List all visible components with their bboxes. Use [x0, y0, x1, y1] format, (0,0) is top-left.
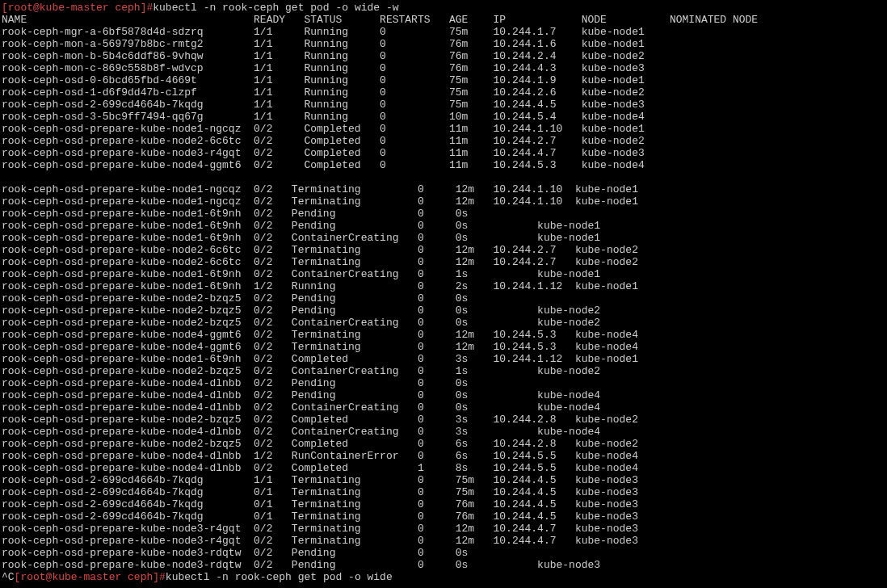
pod-watch-row: rook-ceph-osd-prepare-kube-node2-bzqz5 0…: [2, 292, 885, 304]
pod-watch-row: rook-ceph-osd-prepare-kube-node1-ngcqz 0…: [2, 195, 885, 208]
pod-watch-row: rook-ceph-osd-prepare-kube-node4-dlnbb 0…: [2, 401, 885, 414]
pod-watch-row: rook-ceph-osd-prepare-kube-node1-6t9nh 1…: [2, 280, 885, 292]
pod-watch-row: rook-ceph-osd-prepare-kube-node4-ggmt6 0…: [2, 329, 885, 341]
terminal-output[interactable]: [root@kube-master ceph]#kubectl -n rook-…: [2, 2, 885, 583]
pod-watch-row: rook-ceph-osd-prepare-kube-node3-r4gqt 0…: [2, 523, 885, 535]
pod-watch-row: rook-ceph-osd-prepare-kube-node4-dlnbb 0…: [2, 389, 885, 401]
pod-watch-row: rook-ceph-osd-prepare-kube-node3-r4gqt 0…: [2, 535, 885, 547]
pod-row: rook-ceph-mon-a-569797b8bc-rmtg2 1/1 Run…: [2, 38, 885, 50]
prompt-userhost: [root@kube-master ceph]#: [15, 571, 166, 583]
pod-watch-row: rook-ceph-osd-prepare-kube-node2-bzqz5 0…: [2, 365, 885, 377]
table-header: NAME READY STATUS RESTARTS AGE IP NODE N…: [2, 14, 885, 26]
pod-watch-row: rook-ceph-osd-prepare-kube-node4-ggmt6 0…: [2, 341, 885, 353]
pod-watch-row: rook-ceph-osd-2-699cd4664b-7kqdg 0/1 Ter…: [2, 486, 885, 498]
pod-watch-row: rook-ceph-osd-prepare-kube-node1-6t9nh 0…: [2, 232, 885, 244]
blank-line: [2, 171, 885, 183]
pod-watch-row: rook-ceph-osd-prepare-kube-node1-ngcqz 0…: [2, 183, 885, 195]
pod-row: rook-ceph-osd-1-d6f9dd47b-clzpf 1/1 Runn…: [2, 86, 885, 99]
pod-watch-row: rook-ceph-osd-2-699cd4664b-7kqdg 0/1 Ter…: [2, 510, 885, 523]
pod-watch-row: rook-ceph-osd-prepare-kube-node1-6t9nh 0…: [2, 268, 885, 280]
interrupt-prefix: ^C: [2, 571, 15, 583]
pod-watch-row: rook-ceph-osd-2-699cd4664b-7kqdg 0/1 Ter…: [2, 498, 885, 510]
pod-row: rook-ceph-mon-b-5b4c6ddf86-9vhqw 1/1 Run…: [2, 50, 885, 62]
pod-row: rook-ceph-osd-prepare-kube-node3-r4gqt 0…: [2, 147, 885, 159]
pod-watch-row: rook-ceph-osd-prepare-kube-node2-bzqz5 0…: [2, 414, 885, 426]
pod-watch-row: rook-ceph-osd-prepare-kube-node1-6t9nh 0…: [2, 208, 885, 220]
pod-row: rook-ceph-osd-prepare-kube-node1-ngcqz 0…: [2, 123, 885, 135]
pod-watch-row: rook-ceph-osd-prepare-kube-node4-dlnbb 0…: [2, 462, 885, 474]
pod-row: rook-ceph-osd-2-699cd4664b-7kqdg 1/1 Run…: [2, 99, 885, 111]
prompt-userhost: [root@kube-master ceph]#: [2, 2, 153, 14]
pod-watch-row: rook-ceph-osd-prepare-kube-node3-rdqtw 0…: [2, 547, 885, 559]
pod-watch-row: rook-ceph-osd-prepare-kube-node4-dlnbb 1…: [2, 450, 885, 462]
pod-watch-row: rook-ceph-osd-prepare-kube-node3-rdqtw 0…: [2, 559, 885, 571]
pod-row: rook-ceph-mon-c-869c558b8f-wdvcp 1/1 Run…: [2, 62, 885, 74]
pod-watch-row: rook-ceph-osd-prepare-kube-node2-6c6tc 0…: [2, 244, 885, 256]
pod-row: rook-ceph-osd-0-6bcd65fbd-4669t 1/1 Runn…: [2, 74, 885, 86]
pod-row: rook-ceph-osd-prepare-kube-node2-6c6tc 0…: [2, 135, 885, 147]
pod-watch-row: rook-ceph-osd-prepare-kube-node1-6t9nh 0…: [2, 220, 885, 232]
pod-watch-row: rook-ceph-osd-prepare-kube-node2-bzqz5 0…: [2, 304, 885, 317]
prompt-line-1: [root@kube-master ceph]#kubectl -n rook-…: [2, 2, 885, 14]
prompt-command: kubectl -n rook-ceph get pod -o wide: [166, 571, 393, 583]
pod-row: rook-ceph-osd-3-5bc9ff7494-qq67g 1/1 Run…: [2, 111, 885, 123]
pod-watch-row: rook-ceph-osd-prepare-kube-node4-dlnbb 0…: [2, 426, 885, 438]
pod-watch-row: rook-ceph-osd-prepare-kube-node1-6t9nh 0…: [2, 353, 885, 365]
prompt-command: kubectl -n rook-ceph get pod -o wide -w: [153, 2, 398, 14]
pod-watch-row: rook-ceph-osd-prepare-kube-node2-6c6tc 0…: [2, 256, 885, 268]
pod-watch-row: rook-ceph-osd-2-699cd4664b-7kqdg 1/1 Ter…: [2, 474, 885, 486]
pod-watch-row: rook-ceph-osd-prepare-kube-node4-dlnbb 0…: [2, 377, 885, 389]
pod-row: rook-ceph-mgr-a-6bf5878d4d-sdzrq 1/1 Run…: [2, 26, 885, 38]
prompt-line-2: ^C[root@kube-master ceph]#kubectl -n roo…: [2, 571, 885, 583]
pod-row: rook-ceph-osd-prepare-kube-node4-ggmt6 0…: [2, 159, 885, 171]
pod-watch-row: rook-ceph-osd-prepare-kube-node2-bzqz5 0…: [2, 438, 885, 450]
pod-watch-row: rook-ceph-osd-prepare-kube-node2-bzqz5 0…: [2, 317, 885, 329]
